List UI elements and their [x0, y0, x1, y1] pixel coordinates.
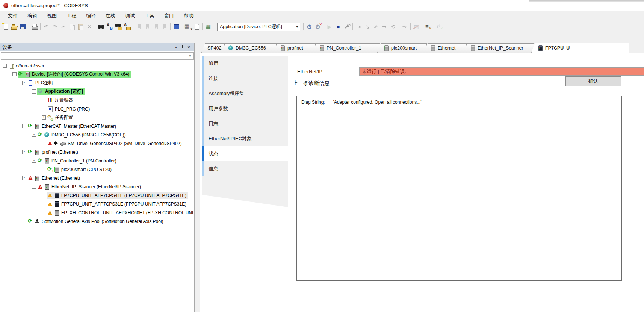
category-tab-general[interactable]: 通用 — [202, 56, 288, 71]
tree-item-line[interactable]: FP_XH_CONTROL_UNIT_AFPXHC60ET (FP-XH CON… — [47, 209, 194, 216]
tree-item-line[interactable]: Ethernet (Ethernet) — [27, 174, 82, 182]
replace-in-project-icon[interactable] — [123, 23, 131, 31]
toolbar-separator — [133, 23, 133, 30]
device-filter-combo[interactable]: ▾ — [1, 52, 194, 60]
chevron-down-icon[interactable]: ▾ — [295, 25, 299, 29]
category-label: 日志 — [209, 120, 218, 127]
logout-icon[interactable] — [314, 23, 322, 31]
toggle-bookmark-icon — [135, 23, 143, 31]
tree-item-line[interactable]: 库管理器 — [47, 97, 75, 104]
clean-icon[interactable] — [192, 23, 201, 31]
tree-item-line[interactable]: PLC逻辑 — [27, 79, 55, 86]
menu-item-window[interactable]: 窗口 — [159, 11, 179, 21]
tree-item-line[interactable]: SM_Drive_GenericDSP402 (SM_Drive_Generic… — [47, 140, 183, 147]
expander-minus-icon[interactable]: - — [32, 133, 36, 137]
category-tab-information[interactable]: 信息 — [202, 161, 288, 176]
device-icon — [34, 123, 41, 129]
close-icon[interactable]: ✕ — [186, 44, 192, 50]
category-stripe — [202, 161, 204, 176]
expander-minus-icon[interactable]: - — [22, 176, 26, 180]
tree-item-label: EtherCAT_Master (EtherCAT Master) — [42, 124, 116, 129]
tree-item-line[interactable]: FP7CPU_UNIT_AFP7CPS31E (FP7CPU UNIT AFP7… — [47, 200, 188, 207]
tab-FP7CPU_U[interactable]: FP7CPU_U — [531, 43, 629, 53]
menu-item-online[interactable]: 在线 — [101, 11, 120, 21]
batch-edit-icon[interactable] — [204, 23, 212, 31]
save-icon[interactable] — [19, 23, 27, 31]
tree-item-line[interactable]: DM3C_EC556 (DM3C-EC556(COE)) — [37, 131, 127, 138]
online-config-icon[interactable] — [343, 23, 351, 31]
error-red-modified-icon — [28, 175, 34, 181]
print-icon[interactable] — [30, 23, 39, 31]
active-application-combo[interactable]: Application [Device: PLC逻辑]▾ — [217, 23, 300, 31]
menu-item-view[interactable]: 视图 — [42, 11, 62, 21]
category-tab-connection[interactable]: 连接 — [202, 71, 288, 86]
tree-item-line[interactable]: EtherNet_IP_Scanner (EtherNet/IP Scanner… — [37, 183, 143, 190]
expander-minus-icon[interactable]: - — [32, 89, 36, 94]
tab-PN_Controller_1[interactable]: PN_Controller_1 — [313, 43, 380, 53]
expander-minus-icon[interactable]: - — [3, 64, 7, 68]
tree-item-line[interactable]: SoftMotion General Axis Pool (SoftMotion… — [27, 218, 165, 225]
category-label: EtherNet/IPIEC对象 — [209, 135, 252, 142]
toolbar-separator — [324, 23, 324, 30]
pin-icon[interactable] — [179, 44, 186, 50]
category-tab-log[interactable]: 日志 — [202, 116, 288, 131]
tree-item-label: FP7CPU_UNIT_AFP7CPS41E (FP7CPU UNIT AFP7… — [61, 193, 186, 198]
toolbar-separator — [214, 23, 214, 30]
category-tab-user-parameters[interactable]: 用户参数 — [202, 101, 288, 116]
tab-DM3C_EC556[interactable]: DM3C_EC556 — [222, 43, 277, 53]
tab-Ethernet[interactable]: Ethernet — [424, 43, 467, 53]
category-tab-status[interactable]: 状态 — [202, 146, 288, 161]
find-in-project-icon[interactable] — [114, 23, 122, 31]
window-title: ethercat-leisai.project* - CODESYS — [11, 3, 88, 8]
expander-minus-icon[interactable]: - — [22, 81, 26, 85]
toolbar-separator — [399, 23, 399, 30]
category-tab-ethernet-ip-iec-objects[interactable]: EtherNet/IPIEC对象 — [202, 131, 288, 146]
expander-minus-icon[interactable]: - — [32, 185, 36, 189]
menu-item-project[interactable]: 工程 — [62, 11, 81, 21]
login-icon[interactable] — [305, 23, 313, 31]
chevron-down-icon[interactable]: ▾ — [187, 53, 193, 59]
tree-item-line[interactable]: FP7CPU_UNIT_AFP7CPS41E (FP7CPU UNIT AFP7… — [47, 192, 188, 199]
tree-item-line[interactable]: Application [运行] — [37, 88, 85, 95]
open-project-icon[interactable] — [10, 23, 18, 31]
confirm-button[interactable]: 确认 — [565, 76, 621, 86]
tab-plc200smart[interactable]: plc200smart — [377, 43, 427, 53]
tree-item-line[interactable]: Device [连接的] (CODESYS Control Win V3 x64… — [18, 71, 131, 78]
tree-item-line[interactable]: profinet (Ethernet) — [27, 148, 80, 156]
tree-item-line[interactable]: 任务配置 — [47, 114, 75, 121]
expander-minus-icon[interactable]: - — [12, 72, 17, 76]
tree-item-line[interactable]: PLC_PRG (PRG) — [47, 105, 92, 112]
tab-profinet[interactable]: profinet — [274, 43, 316, 53]
panel-menu-icon[interactable]: ▾ — [173, 44, 179, 50]
menu-item-file[interactable]: 文件 — [3, 11, 23, 21]
menu-item-build[interactable]: 编译 — [81, 11, 101, 21]
pou-icon — [47, 106, 54, 112]
tree-item-line[interactable]: EtherCAT_Master (EtherCAT Master) — [27, 123, 118, 130]
build-options-icon[interactable] — [184, 23, 192, 31]
tree-item-line[interactable]: plc200smart (CPU ST20) — [47, 166, 113, 173]
tab-EtherNet_IP_Scanner[interactable]: EtherNet_IP_Scanner — [464, 43, 534, 53]
replace-icon[interactable] — [106, 23, 114, 31]
build-icon[interactable] — [172, 23, 180, 31]
new-project-icon[interactable] — [2, 23, 10, 31]
toolbar-separator — [303, 23, 304, 30]
category-tab-assemblies[interactable]: Assembly程序集 — [202, 86, 288, 101]
stop-icon[interactable]: ■ — [334, 23, 342, 31]
category-stripe — [202, 56, 204, 71]
expander-minus-icon[interactable]: - — [22, 150, 26, 154]
category-label: 信息 — [209, 165, 218, 172]
expander-plus-icon[interactable]: + — [42, 115, 46, 120]
cpu-dark-icon — [54, 201, 60, 207]
tab-SP402[interactable]: SP402 — [201, 43, 225, 53]
menu-item-edit[interactable]: 编辑 — [23, 11, 42, 21]
find-icon[interactable] — [97, 23, 105, 31]
expander-minus-icon[interactable]: - — [22, 124, 26, 128]
tree-item-line[interactable]: PN_Controller_1 (PN-Controller) — [37, 157, 118, 164]
menu-item-help[interactable]: 帮助 — [179, 11, 198, 21]
menu-item-tools[interactable]: 工具 — [140, 11, 159, 21]
tree-item-label: SM_Drive_GenericDSP402 (SM_Drive_Generic… — [68, 141, 181, 146]
device-repository-icon[interactable] — [424, 23, 432, 31]
tree-item-line[interactable]: ethercat-leisai — [8, 62, 46, 69]
expander-minus-icon[interactable]: - — [32, 159, 36, 163]
menu-item-debug[interactable]: 调试 — [120, 11, 140, 21]
